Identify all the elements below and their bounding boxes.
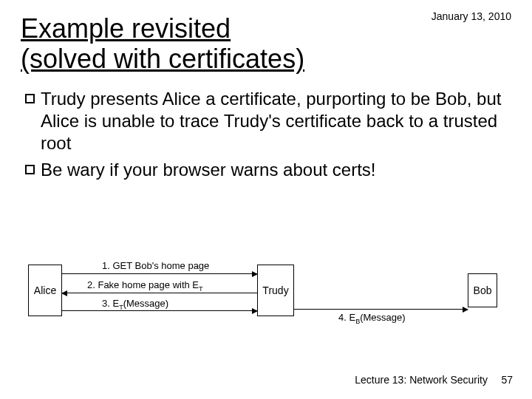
bullet-item: Be wary if your browser warns about cert… xyxy=(25,159,511,181)
bullet-text: Be wary if your browser warns about cert… xyxy=(41,159,511,181)
bullet-list: Trudy presents Alice a certificate, purp… xyxy=(25,88,511,181)
title-line-1: Example revisited xyxy=(21,13,231,44)
footer-lecture: Lecture 13: Network Security xyxy=(355,374,488,386)
bullet-item: Trudy presents Alice a certificate, purp… xyxy=(25,88,511,154)
slide-title: Example revisited (solved with certifica… xyxy=(21,13,405,75)
arrow-2-label: 2. Fake home page with ET xyxy=(87,279,203,293)
arrow-2-text: 2. Fake home page with E xyxy=(87,279,199,290)
slide-date: January 13, 2010 xyxy=(432,10,511,22)
arrow-4-suffix: (Message) xyxy=(360,312,405,323)
arrow-2 xyxy=(62,293,257,293)
arrow-4 xyxy=(294,309,468,310)
arrow-1-label: 1. GET Bob's home page xyxy=(102,260,209,271)
arrow-2-sub: T xyxy=(199,285,203,293)
arrow-4-text: 4. E xyxy=(338,312,355,323)
protocol-diagram: Alice Trudy Bob 1. GET Bob's home page 2… xyxy=(28,244,501,355)
footer-page-number: 57 xyxy=(501,374,513,386)
bullet-square-icon xyxy=(25,165,35,174)
node-bob: Bob xyxy=(468,273,497,307)
node-trudy: Trudy xyxy=(257,265,294,316)
arrow-3-text: 3. E xyxy=(102,298,119,309)
bullet-square-icon xyxy=(25,94,35,103)
arrow-4-label: 4. EB(Message) xyxy=(338,312,406,325)
title-line-2: (solved with certificates) xyxy=(21,44,304,74)
bullet-text: Trudy presents Alice a certificate, purp… xyxy=(41,88,511,154)
node-alice: Alice xyxy=(28,265,62,316)
arrow-3-suffix: (Message) xyxy=(123,298,168,309)
arrow-3-label: 3. ET(Message) xyxy=(102,298,168,311)
arrow-1 xyxy=(62,273,257,274)
